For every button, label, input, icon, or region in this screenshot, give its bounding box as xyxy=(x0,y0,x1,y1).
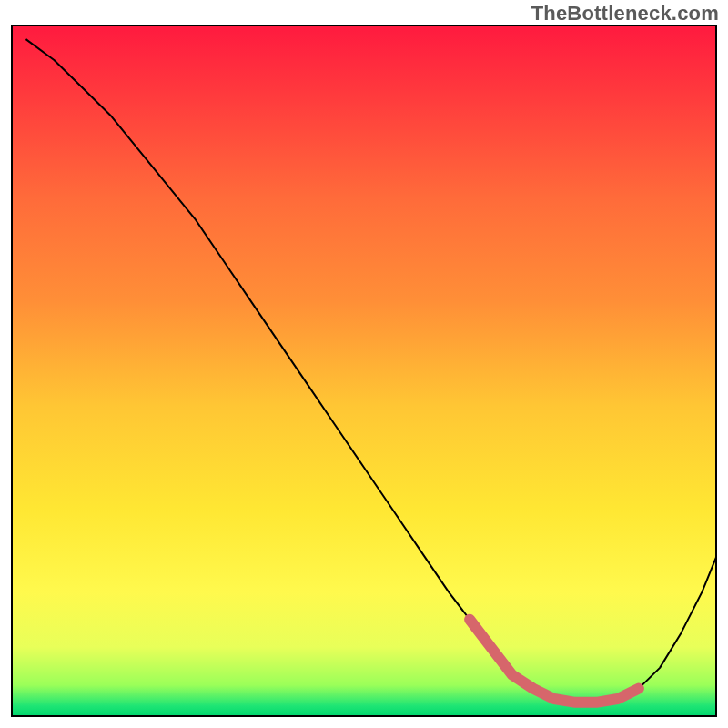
bottleneck-chart xyxy=(0,0,728,728)
watermark-text: TheBottleneck.com xyxy=(531,2,719,25)
gradient-background xyxy=(12,25,716,716)
chart-stage: TheBottleneck.com xyxy=(0,0,728,728)
